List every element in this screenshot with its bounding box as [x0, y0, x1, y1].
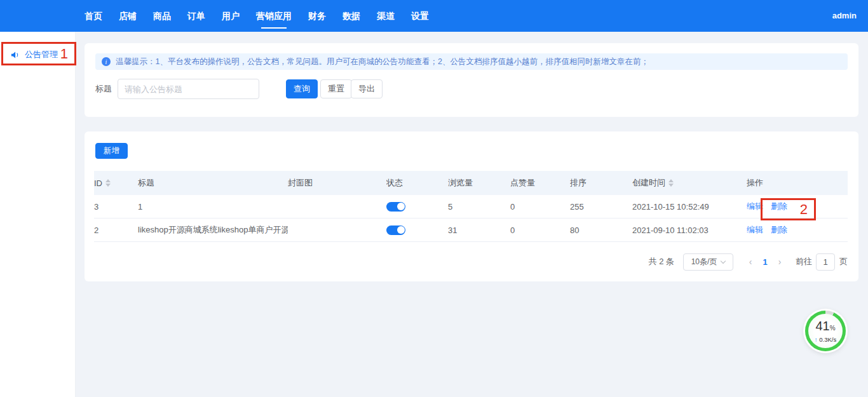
col-likes: 点赞量 [510, 177, 570, 189]
next-page-button[interactable]: › [773, 257, 787, 267]
search-card: i 温馨提示：1、平台发布的操作说明，公告文档，常见问题。用户可在商城的公告功能… [85, 43, 858, 117]
cell-created: 2021-09-10 11:02:03 [632, 225, 747, 235]
goto-page-input[interactable] [816, 253, 835, 271]
sort-icon[interactable] [105, 179, 111, 187]
pagination: 共 2 条 10条/页 ‹ 1 › 前往 页 [649, 253, 848, 271]
gauge-rate: ↑ 0.3K/s [815, 336, 836, 343]
nav-item-goods[interactable]: 商品 [153, 0, 171, 32]
chevron-down-icon [721, 258, 726, 263]
col-created[interactable]: 创建时间 [632, 177, 747, 189]
table-card: 新增 ID 标题 封面图 状态 浏览量 点赞量 排序 创建时间 操作 3 1 5 [85, 131, 858, 281]
up-arrow-icon: ↑ [815, 336, 818, 343]
page-number-current[interactable]: 1 [757, 257, 773, 267]
cell-id: 2 [94, 225, 138, 235]
goto-label: 前往 [796, 256, 812, 267]
sort-icon[interactable] [668, 179, 674, 187]
announcement-table: ID 标题 封面图 状态 浏览量 点赞量 排序 创建时间 操作 3 1 5 0 … [94, 171, 848, 242]
export-button[interactable]: 导出 [351, 79, 383, 98]
table-row: 2 likeshop开源商城系统likeshop单商户开源商城系统 31 0 8… [94, 219, 848, 242]
nav-item-marketing[interactable]: 营销应用 [256, 0, 292, 32]
status-toggle[interactable] [386, 202, 405, 212]
tip-alert: i 温馨提示：1、平台发布的操作说明，公告文档，常见问题。用户可在商城的公告功能… [95, 53, 848, 70]
nav-item-data[interactable]: 数据 [342, 0, 360, 32]
annotation-label-2: 2 [800, 203, 808, 217]
col-status: 状态 [386, 177, 448, 189]
delete-link[interactable]: 删除 [771, 224, 787, 236]
cell-title: likeshop开源商城系统likeshop单商户开源商城系统 [138, 224, 288, 236]
nav-item-home[interactable]: 首页 [85, 0, 102, 32]
nav-item-shop[interactable]: 店铺 [119, 0, 137, 32]
reset-button[interactable]: 重置 [320, 79, 352, 98]
nav-item-users[interactable]: 用户 [222, 0, 240, 32]
gauge-inner: 41% ↑ 0.3K/s [808, 314, 843, 348]
cell-likes: 0 [510, 225, 570, 235]
col-title: 标题 [138, 177, 288, 189]
search-form: 标题 查询 重置 导出 [95, 79, 848, 99]
annotation-box-2: 2 [761, 198, 816, 220]
table-header-row: ID 标题 封面图 状态 浏览量 点赞量 排序 创建时间 操作 [94, 171, 848, 195]
info-icon: i [102, 57, 111, 66]
cell-sort: 80 [570, 225, 632, 235]
table-row: 3 1 5 0 255 2021-10-15 10:52:49 编辑 删除 [94, 195, 848, 219]
col-actions: 操作 [747, 177, 848, 189]
query-button[interactable]: 查询 [286, 79, 318, 98]
cell-likes: 0 [510, 202, 570, 212]
cell-id: 3 [94, 202, 138, 212]
cell-views: 5 [448, 202, 510, 212]
nav-item-orders[interactable]: 订单 [187, 0, 205, 32]
annotation-box-1: 1 [1, 42, 76, 65]
top-navbar: 首页 店铺 商品 订单 用户 营销应用 财务 数据 渠道 设置 admin [0, 0, 868, 32]
main-menu: 首页 店铺 商品 订单 用户 营销应用 财务 数据 渠道 设置 [85, 0, 429, 32]
annotation-label-1: 1 [60, 47, 68, 61]
tip-text: 温馨提示：1、平台发布的操作说明，公告文档，常见问题。用户可在商城的公告功能查看… [116, 57, 649, 67]
col-views: 浏览量 [448, 177, 510, 189]
col-cover: 封面图 [288, 177, 386, 189]
nav-item-channel[interactable]: 渠道 [377, 0, 395, 32]
cell-views: 31 [448, 225, 510, 235]
add-button[interactable]: 新增 [95, 143, 128, 159]
col-id[interactable]: ID [94, 178, 138, 188]
current-user[interactable]: admin [832, 0, 857, 32]
title-search-input[interactable] [118, 79, 259, 99]
status-toggle[interactable] [386, 225, 405, 235]
cell-created: 2021-10-15 10:52:49 [632, 202, 747, 212]
gauge-percent: 41% [815, 320, 835, 335]
title-field-label: 标题 [95, 79, 112, 99]
network-speed-gauge[interactable]: 41% ↑ 0.3K/s [805, 311, 846, 351]
nav-item-finance[interactable]: 财务 [308, 0, 326, 32]
total-count: 共 2 条 [649, 256, 674, 267]
cell-title: 1 [138, 202, 288, 212]
page-size-select[interactable]: 10条/页 [683, 253, 733, 271]
col-sort: 排序 [570, 177, 632, 189]
goto-unit-label: 页 [839, 256, 848, 267]
prev-page-button[interactable]: ‹ [743, 257, 757, 267]
cell-sort: 255 [570, 202, 632, 212]
sidebar: 公告管理 [0, 32, 76, 397]
nav-item-settings[interactable]: 设置 [411, 0, 429, 32]
edit-link[interactable]: 编辑 [747, 224, 763, 236]
